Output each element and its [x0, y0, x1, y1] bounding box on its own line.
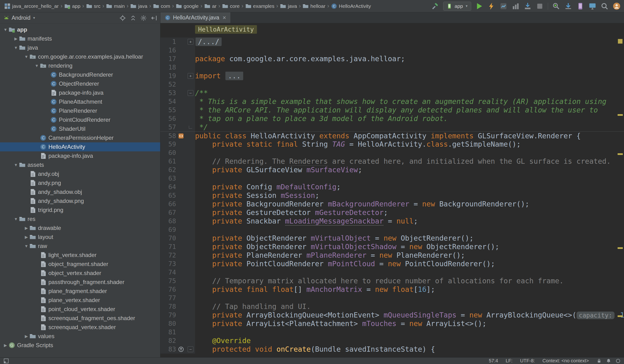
tree-item-rendering[interactable]: ▼rendering — [0, 61, 160, 70]
chevron-expanded-icon[interactable]: ▼ — [13, 163, 19, 167]
tree-item-java[interactable]: ▼java — [0, 43, 160, 52]
chevron-expanded-icon[interactable]: ▼ — [13, 217, 19, 221]
chevron-collapsed-icon[interactable]: ▶ — [23, 235, 29, 239]
tree-item-object-vertex-shader[interactable]: object_vertex.shader — [0, 269, 160, 278]
gutter[interactable]: 63 — [160, 174, 195, 183]
tree-item-point-cloud-vertex-shader[interactable]: point_cloud_vertex.shader — [0, 305, 160, 314]
fold-expand-icon[interactable]: + — [188, 39, 193, 45]
fold-end-icon[interactable] — [189, 126, 192, 129]
collapse-all-icon[interactable] — [130, 15, 136, 21]
gutter[interactable]: 69 — [160, 225, 195, 234]
breadcrumb-item-ar[interactable]: ar — [203, 3, 218, 10]
tree-item-com-google-ar-core-examples-java-helloar[interactable]: ▼com.google.ar.core.examples.java.helloa… — [0, 52, 160, 61]
overrides-icon[interactable] — [178, 346, 184, 352]
related-symbol-icon[interactable] — [178, 133, 184, 139]
gutter[interactable]: 58 — [160, 132, 195, 140]
chevron-expanded-icon[interactable]: ▼ — [23, 244, 29, 248]
push-to-device-icon[interactable] — [524, 2, 532, 10]
inspections-indicator[interactable] — [618, 39, 623, 44]
tree-item-helloaractivity[interactable]: CHelloArActivity — [0, 142, 160, 151]
warning-stripe-mark[interactable] — [618, 153, 623, 155]
tree-item-package-info-java[interactable]: package-info.java — [0, 151, 160, 160]
caret-position[interactable]: 57:4 — [489, 358, 498, 364]
gutter[interactable]: 66 — [160, 200, 195, 208]
gutter[interactable]: 57 — [160, 123, 195, 131]
build-hammer-icon[interactable] — [431, 2, 439, 10]
gutter[interactable]: 71 — [160, 242, 195, 251]
code-editor[interactable]: 1+/.../1617package com.google.ar.core.ex… — [160, 36, 624, 357]
gutter[interactable]: 76 — [160, 285, 195, 294]
tree-item-plane-vertex-shader[interactable]: plane_vertex.shader — [0, 296, 160, 305]
tree-item-screenquad-vertex-shader[interactable]: screenquad_vertex.shader — [0, 323, 160, 332]
tree-item-shaderutil[interactable]: CShaderUtil — [0, 124, 160, 133]
fold-collapse-icon[interactable]: − — [188, 90, 193, 96]
breadcrumb-item-helloar[interactable]: helloar — [302, 3, 326, 10]
tree-item-camerapermissionhelper[interactable]: CCameraPermissionHelper — [0, 133, 160, 142]
locate-icon[interactable] — [119, 15, 126, 21]
gutter[interactable]: 65 — [160, 191, 195, 200]
tree-item-gradle-scripts[interactable]: ▶GGradle Scripts — [0, 341, 160, 350]
tree-item-planeattachment[interactable]: CPlaneAttachment — [0, 97, 160, 106]
tree-item-trigrid-png[interactable]: trigrid.png — [0, 206, 160, 214]
gutter[interactable]: 54 — [160, 97, 195, 106]
project-tree[interactable]: ▼app▶manifests▼java▼com.google.ar.core.e… — [0, 24, 160, 357]
tree-item-assets[interactable]: ▼assets — [0, 160, 160, 169]
gutter[interactable]: 64 — [160, 183, 195, 191]
gutter[interactable]: 59 — [160, 140, 195, 149]
attach-debugger-icon[interactable] — [552, 2, 560, 10]
close-icon[interactable]: × — [223, 15, 226, 21]
avd-manager-icon[interactable] — [576, 2, 584, 10]
tree-item-res[interactable]: ▼res — [0, 214, 160, 224]
tree-item-raw[interactable]: ▼raw — [0, 242, 160, 251]
gutter[interactable]: 68 — [160, 217, 195, 225]
gutter[interactable]: 72 — [160, 251, 195, 260]
gutter[interactable]: 77 — [160, 294, 195, 302]
gutter[interactable]: 70 — [160, 234, 195, 242]
warning-stripe-mark[interactable] — [618, 114, 623, 116]
tree-item-screenquad-fragment-oes-shader[interactable]: screenquad_fragment_oes.shader — [0, 314, 160, 323]
tree-item-light-vertex-shader[interactable]: light_vertex.shader — [0, 251, 160, 260]
gutter[interactable]: 80 — [160, 319, 195, 328]
tree-item-drawable[interactable]: ▶drawable — [0, 224, 160, 233]
breadcrumb-item-helloaractivity[interactable]: CHelloArActivity — [330, 3, 372, 10]
gutter[interactable]: 53− — [160, 89, 195, 97]
breadcrumb-item-main[interactable]: main — [105, 3, 126, 10]
device-monitor-icon[interactable] — [588, 2, 597, 10]
gutter[interactable]: 52 — [160, 80, 195, 89]
breadcrumb-item-google[interactable]: google — [175, 3, 200, 10]
breadcrumb-item-com[interactable]: com — [152, 3, 171, 10]
notifications-bell-icon[interactable] — [606, 358, 611, 364]
chevron-collapsed-icon[interactable]: ▶ — [23, 226, 29, 230]
run-config-select[interactable]: app ▼ — [443, 2, 471, 11]
tree-item-pointcloudrenderer[interactable]: CPointCloudRenderer — [0, 115, 160, 124]
tree-item-passthrough-fragment-shader[interactable]: passthrough_fragment.shader — [0, 278, 160, 287]
gutter[interactable]: 16 — [160, 46, 195, 54]
chevron-down-icon[interactable]: ▼ — [32, 16, 36, 20]
fold-expand-icon[interactable]: + — [188, 73, 193, 79]
chevron-expanded-icon[interactable]: ▼ — [2, 28, 8, 32]
avatar-icon[interactable] — [613, 2, 621, 10]
gutter[interactable]: 78 — [160, 302, 195, 311]
warning-stripe-mark[interactable] — [618, 315, 623, 317]
file-encoding-widget[interactable]: UTF-8: — [520, 358, 535, 364]
breadcrumb-item-core[interactable]: core — [221, 3, 241, 10]
gutter[interactable]: 18 — [160, 63, 195, 72]
context-widget[interactable]: Context: <no context> — [542, 358, 589, 364]
toolwindow-switcher-icon[interactable] — [3, 358, 9, 364]
tree-item-plane-fragment-shader[interactable]: plane_fragment.shader — [0, 287, 160, 296]
folded-region[interactable]: ... — [225, 72, 243, 80]
gutter[interactable]: 60 — [160, 149, 195, 157]
search-icon[interactable] — [600, 2, 609, 10]
tree-item-andy-obj[interactable]: andy.obj — [0, 169, 160, 179]
gutter[interactable]: 55 — [160, 106, 195, 114]
tree-item-layout[interactable]: ▶layout — [0, 233, 160, 242]
tree-item-app[interactable]: ▼app — [0, 25, 160, 34]
breadcrumb-item-src[interactable]: src — [85, 3, 102, 10]
line-separator-widget[interactable]: LF: — [506, 358, 513, 364]
profiler-icon[interactable] — [499, 2, 508, 10]
folded-region[interactable]: /.../ — [196, 37, 222, 46]
tree-item-andy-shadow-png[interactable]: andy_shadow.png — [0, 196, 160, 206]
gutter[interactable]: 75 — [160, 277, 195, 285]
breadcrumb-item-java-arcore-hello-ar[interactable]: java_arcore_hello_ar — [3, 3, 60, 10]
gutter[interactable]: 62 — [160, 166, 195, 174]
